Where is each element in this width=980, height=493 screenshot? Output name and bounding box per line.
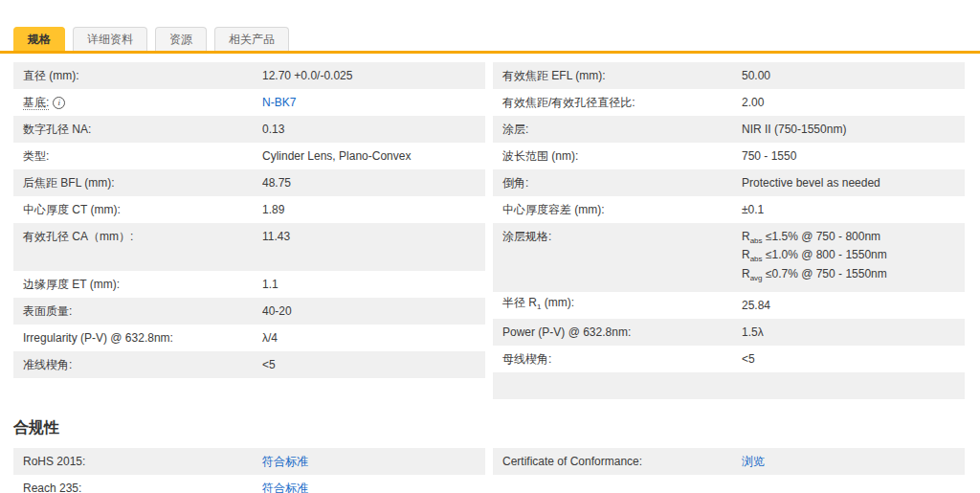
spec-label: Reach 235: (13, 482, 253, 493)
spec-row-surface-quality: 表面质量: 40-20 (13, 298, 485, 325)
spec-label: 有效焦距 EFL (mm): (493, 69, 732, 83)
spec-label: 表面质量: (13, 304, 253, 319)
spec-row-efl: 有效焦距 EFL (mm): 50.00 (493, 62, 965, 89)
tab-bar: 规格 详细资料 资源 相关产品 (0, 0, 980, 54)
spec-value: 2.00 (732, 96, 965, 110)
spec-row-wavelength-range: 波长范围 (nm): 750 - 1550 (493, 143, 965, 169)
spec-label: 中心厚度容差 (mm): (493, 203, 732, 217)
spec-label: RoHS 2015: (13, 455, 253, 469)
tab-specs[interactable]: 规格 (13, 27, 65, 51)
compliance-table-right: Certificate of Conformance: 浏览 (493, 448, 965, 493)
spec-value: 浏览 (732, 455, 965, 469)
tab-resources[interactable]: 资源 (155, 27, 207, 51)
compliance-row-certificate: Certificate of Conformance: 浏览 (493, 448, 965, 475)
spec-label: 基底:i (13, 96, 253, 110)
spec-value: Cylinder Lens, Plano-Convex (253, 149, 485, 164)
spec-value: 符合标准 (253, 482, 485, 493)
spec-row-coating-specs: 涂层规格: Rabs ≤1.5% @ 750 - 800nm Rabs ≤1.0… (493, 223, 965, 292)
spec-row-empty (493, 372, 965, 399)
spec-row-generatrix-wedge: 母线楔角: <5 (493, 346, 965, 372)
reach-compliant-link[interactable]: 符合标准 (262, 482, 308, 493)
spec-label: 边缘厚度 ET (mm): (13, 278, 253, 292)
spec-label: Certificate of Conformance: (493, 455, 732, 469)
spec-label: Power (P-V) @ 632.8nm: (493, 325, 732, 340)
spec-label: 涂层规格: (493, 230, 732, 244)
tab-related-products[interactable]: 相关产品 (214, 27, 289, 51)
spec-table-left: 直径 (mm): 12.70 +0.0/-0.025 基底:i N-BK7 数字… (13, 62, 485, 399)
spec-value: λ/4 (253, 331, 485, 346)
info-icon[interactable]: i (53, 97, 65, 109)
spec-label: 直径 (mm): (13, 69, 253, 83)
rohs-compliant-link[interactable]: 符合标准 (262, 455, 308, 468)
tab-underline (0, 51, 980, 54)
spec-value: ±0.1 (732, 203, 965, 217)
spec-value: 12.70 +0.0/-0.025 (253, 69, 485, 83)
spec-row-substrate: 基底:i N-BK7 (13, 89, 485, 116)
compliance-row-rohs: RoHS 2015: 符合标准 (13, 448, 485, 475)
spec-label: 倒角: (493, 176, 732, 190)
spec-row-irregularity: Irregularity (P-V) @ 632.8nm: λ/4 (13, 325, 485, 351)
spec-row-ca: 有效孔径 CA（mm）: 11.43 (13, 223, 485, 271)
spec-row-bfl: 后焦距 BFL (mm): 48.75 (13, 169, 485, 196)
spec-label: 类型: (13, 149, 253, 164)
spec-row-coating: 涂层: NIR II (750-1550nm) (493, 116, 965, 143)
spec-value: 25.84 (732, 299, 965, 313)
spec-label: 中心厚度 CT (mm): (13, 203, 253, 217)
spec-row-diameter: 直径 (mm): 12.70 +0.0/-0.025 (13, 62, 485, 89)
spec-value: 50.00 (732, 69, 965, 83)
spec-label: 有效孔径 CA（mm）: (13, 230, 253, 244)
tab-details[interactable]: 详细资料 (73, 27, 147, 51)
spec-value: 0.13 (253, 123, 485, 137)
product-spec-page: 规格 详细资料 资源 相关产品 直径 (mm): 12.70 +0.0/-0.0… (0, 0, 980, 493)
spec-value: 48.75 (253, 176, 485, 190)
spec-value: 1.89 (253, 203, 485, 217)
spec-value: N-BK7 (253, 96, 485, 110)
spec-label: 母线楔角: (493, 352, 732, 367)
spec-value: 1.1 (253, 278, 485, 292)
spec-row-type: 类型: Cylinder Lens, Plano-Convex (13, 143, 485, 169)
spec-value: Rabs ≤1.5% @ 750 - 800nm Rabs ≤1.0% @ 80… (732, 230, 965, 285)
spec-row-ct: 中心厚度 CT (mm): 1.89 (13, 196, 485, 223)
substrate-tooltip-term[interactable]: 基底: (23, 96, 49, 110)
certificate-view-link[interactable]: 浏览 (742, 455, 765, 468)
spec-row-power: Power (P-V) @ 632.8nm: 1.5λ (493, 319, 965, 346)
spec-label: 半径 R1 (mm): (493, 296, 732, 314)
spec-label: 涂层: (493, 123, 732, 137)
spec-value: 750 - 1550 (732, 149, 965, 164)
spec-value: 1.5λ (732, 325, 965, 340)
spec-row-bevel: 倒角: Protective bevel as needed (493, 169, 965, 196)
spec-table-right: 有效焦距 EFL (mm): 50.00 有效焦距/有效孔径直径比: 2.00 … (493, 62, 965, 399)
compliance-table-left: RoHS 2015: 符合标准 Reach 235: 符合标准 (13, 448, 485, 493)
compliance-row-empty (493, 475, 965, 493)
spec-row-f-number: 有效焦距/有效孔径直径比: 2.00 (493, 89, 965, 116)
compliance-section: RoHS 2015: 符合标准 Reach 235: 符合标准 Certific… (0, 448, 980, 493)
spec-value: 40-20 (253, 304, 485, 319)
spec-label: 准线楔角: (13, 358, 253, 372)
spec-label: Irregularity (P-V) @ 632.8nm: (13, 331, 253, 346)
spec-label: 数字孔径 NA: (13, 123, 253, 137)
spec-value: NIR II (750-1550nm) (732, 123, 965, 137)
spec-row-ct-tolerance: 中心厚度容差 (mm): ±0.1 (493, 196, 965, 223)
spec-row-collimation-wedge: 准线楔角: <5 (13, 351, 485, 378)
spec-row-radius-r1: 半径 R1 (mm): 25.84 (493, 292, 965, 319)
spec-label: 有效焦距/有效孔径直径比: (493, 96, 732, 110)
spec-value: <5 (253, 358, 485, 372)
spec-label: 后焦距 BFL (mm): (13, 176, 253, 190)
spec-section: 直径 (mm): 12.70 +0.0/-0.025 基底:i N-BK7 数字… (0, 54, 980, 399)
spec-row-et: 边缘厚度 ET (mm): 1.1 (13, 271, 485, 298)
spec-value: <5 (732, 352, 965, 367)
compliance-row-reach: Reach 235: 符合标准 (13, 475, 485, 493)
spec-row-numerical-aperture: 数字孔径 NA: 0.13 (13, 116, 485, 143)
substrate-nbk7-link[interactable]: N-BK7 (262, 96, 296, 109)
compliance-section-title: 合规性 (0, 399, 980, 448)
spec-value: Protective bevel as needed (732, 176, 965, 190)
spec-value: 符合标准 (253, 455, 485, 469)
spec-value: 11.43 (253, 230, 485, 244)
spec-label: 波长范围 (nm): (493, 149, 732, 164)
